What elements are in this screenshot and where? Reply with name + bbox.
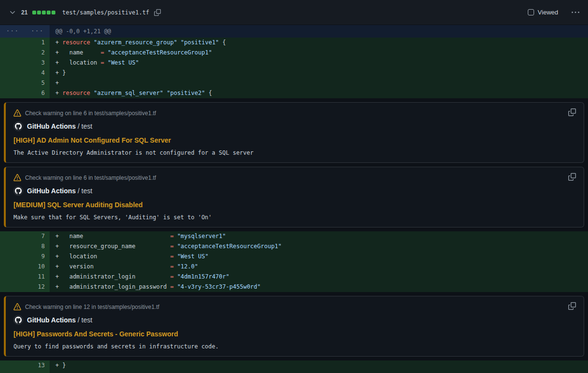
diff-marker: + — [55, 39, 62, 46]
warning-icon — [13, 109, 21, 117]
diff-line: 13+ } — [0, 360, 588, 371]
old-line-number[interactable] — [0, 58, 25, 68]
file-menu-button[interactable] — [571, 8, 580, 17]
old-line-number[interactable] — [0, 241, 25, 252]
new-line-number[interactable]: 11 — [25, 272, 50, 282]
copy-annotation-button[interactable] — [568, 108, 576, 118]
old-line-number[interactable] — [0, 360, 25, 371]
new-line-number[interactable]: 3 — [25, 58, 50, 68]
code-token: version — [62, 263, 170, 270]
new-line-number[interactable]: 10 — [25, 262, 50, 272]
copy-annotation-button[interactable] — [568, 173, 576, 182]
check-source-link[interactable]: GitHub Actions / test — [27, 121, 92, 131]
code-token: } — [62, 362, 65, 369]
copy-icon — [154, 9, 161, 16]
code-line: + } — [50, 360, 588, 371]
diff-view: 21 test/samples/positive1.tf Viewed ··· … — [0, 0, 588, 373]
old-line-number[interactable] — [0, 78, 25, 88]
collapse-file-button[interactable] — [8, 8, 17, 17]
new-line-number[interactable]: 2 — [25, 48, 50, 58]
new-line-number[interactable]: 6 — [25, 88, 50, 98]
code-token: name — [62, 49, 100, 56]
expand-dots: ··· — [0, 25, 25, 38]
copy-annotation-button[interactable] — [568, 302, 576, 311]
new-line-number[interactable]: 9 — [25, 252, 50, 262]
old-line-number[interactable] — [0, 252, 25, 262]
diffstat — [32, 11, 55, 14]
check-annotation: Check warning on line 6 in test/samples/… — [4, 167, 584, 227]
additions-count: 21 — [21, 9, 27, 16]
diff-line: 4+ } — [0, 68, 588, 78]
old-line-number[interactable] — [0, 371, 25, 373]
diff-marker: + — [55, 263, 62, 270]
code-token: resource — [62, 39, 90, 46]
diff-marker: + — [55, 283, 62, 290]
old-line-number[interactable] — [0, 282, 25, 292]
viewed-toggle[interactable]: Viewed — [525, 8, 561, 16]
diffstat-square — [37, 11, 41, 14]
diff-line: 9+ location = "West US" — [0, 252, 588, 262]
viewed-label: Viewed — [538, 9, 558, 16]
diff-line: 11+ administrator_login = "4dm1n157r470r… — [0, 272, 588, 282]
code-token: location — [62, 253, 170, 260]
new-line-number[interactable]: 4 — [25, 68, 50, 78]
diff-line: 2+ name = "acceptanceTestResourceGroup1" — [0, 48, 588, 58]
new-line-number[interactable]: 8 — [25, 241, 50, 252]
code-token: "acceptanceTestResourceGroup1" — [107, 49, 212, 56]
old-line-number[interactable] — [0, 68, 25, 78]
warning-icon — [13, 303, 21, 311]
new-line-number[interactable]: 7 — [25, 231, 50, 241]
code-token: "12.0" — [177, 263, 198, 270]
code-line: + resource "azurerm_resource_group" "pos… — [50, 38, 588, 48]
check-source-link[interactable]: GitHub Actions / test — [27, 186, 92, 196]
viewed-checkbox[interactable] — [528, 9, 534, 15]
annotation-message: Make sure that for SQL Servers, 'Auditin… — [13, 213, 576, 221]
check-source-link[interactable]: GitHub Actions / test — [27, 315, 92, 325]
code-token: "4-v3ry-53cr37-p455w0rd" — [177, 283, 261, 290]
code-line: + — [50, 78, 588, 88]
code-token — [174, 283, 177, 290]
old-line-number[interactable] — [0, 272, 25, 282]
annotation-title: [MEDIUM] SQL Server Auditing Disabled — [13, 200, 576, 210]
copy-path-button[interactable] — [153, 8, 162, 17]
new-line-number[interactable]: 13 — [25, 360, 50, 371]
old-line-number[interactable] — [0, 48, 25, 58]
code-token: "azurerm_resource_group" — [93, 39, 177, 46]
warning-icon — [13, 174, 21, 182]
diff-line: 7+ name = "mysqlserver1" — [0, 231, 588, 241]
code-token: { — [219, 39, 226, 46]
check-annotation: Check warning on line 12 in test/samples… — [4, 296, 584, 357]
code-token: = — [170, 263, 173, 270]
diff-marker: + — [55, 49, 62, 56]
expand-diff-button[interactable]: ··· ··· — [0, 25, 50, 38]
old-line-number[interactable] — [0, 38, 25, 48]
code-token: = — [170, 233, 173, 240]
annotation-title: [HIGH] Passwords And Secrets - Generic P… — [13, 329, 576, 339]
new-line-number[interactable]: 12 — [25, 282, 50, 292]
code-token — [174, 253, 177, 260]
diff-marker: + — [55, 362, 62, 369]
old-line-number[interactable] — [0, 231, 25, 241]
code-token: { — [205, 90, 212, 96]
annotation-header-text: Check warning on line 6 in test/samples/… — [25, 109, 156, 117]
code-line: + administrator_login_password = "4-v3ry… — [50, 282, 588, 292]
code-token: = — [170, 253, 173, 260]
diffstat-square — [32, 11, 36, 14]
github-actions-avatar — [13, 186, 23, 196]
code-line: + resource "azurerm_sql_server" "positiv… — [50, 88, 588, 98]
old-line-number[interactable] — [0, 262, 25, 272]
code-token: resource — [62, 90, 90, 96]
new-line-number[interactable]: 1 — [25, 38, 50, 48]
hunk-range: @@ -0,0 +1,21 @@ — [50, 25, 111, 38]
code-line: + location = "West US" — [50, 58, 588, 68]
code-token: "positive2" — [167, 90, 205, 96]
github-actions-avatar — [13, 315, 23, 325]
code-line: + location = "West US" — [50, 252, 588, 262]
check-source-row: GitHub Actions / test — [13, 186, 576, 196]
new-line-number[interactable]: 14 — [25, 371, 50, 373]
annotation-header-text: Check warning on line 6 in test/samples/… — [25, 174, 156, 182]
diff-marker: + — [55, 80, 62, 86]
code-token: "acceptanceTestResourceGroup1" — [177, 243, 282, 250]
new-line-number[interactable]: 5 — [25, 78, 50, 88]
old-line-number[interactable] — [0, 88, 25, 98]
